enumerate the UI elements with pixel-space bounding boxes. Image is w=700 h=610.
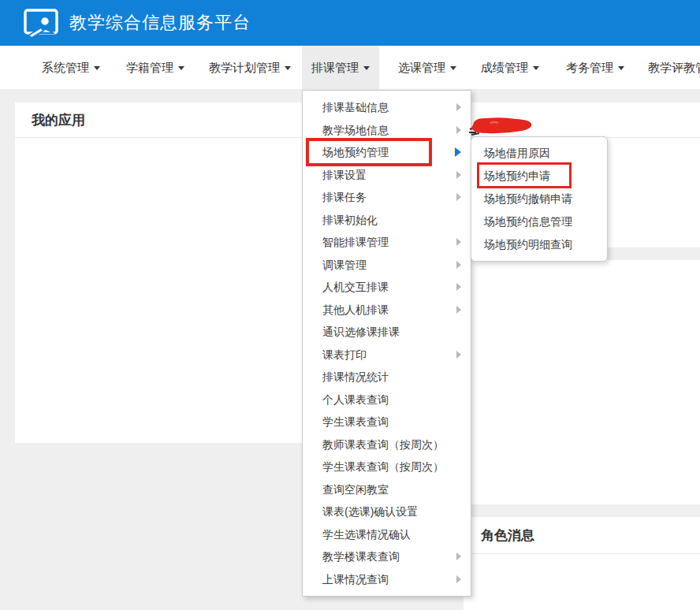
menu-item-teaching-venue-info[interactable]: 教学场地信息 (303, 119, 471, 142)
submenu-arrow-icon (456, 351, 461, 359)
menu-item-scheduling-initialization[interactable]: 排课初始化 (303, 209, 471, 232)
menu-item-label: 学生课表查询（按周次） (322, 460, 444, 473)
nav-item-exam-mgmt[interactable]: 考务管理 (557, 46, 634, 89)
nav-item-system-mgmt[interactable]: 系统管理 (32, 46, 110, 89)
dropdown-menu-course-scheduling: 排课基础信息 教学场地信息 场地预约管理 排课设置 排课任务 排课初始化 智能排… (302, 90, 471, 597)
menu-item-label: 通识选修课排课 (322, 325, 400, 338)
menu-item-scheduling-settings[interactable]: 排课设置 (303, 164, 471, 187)
menu-item-label: 场地预约撤销申请 (484, 192, 572, 205)
menu-item-venue-booking-mgmt[interactable]: 场地预约管理 (303, 141, 471, 164)
menu-item-label: 排课情况统计 (322, 370, 389, 383)
nav-item-label: 排课管理 (311, 61, 359, 74)
menu-item-scheduling-task[interactable]: 排课任务 (303, 186, 471, 209)
menu-item-label: 学生选课情况确认 (322, 528, 411, 541)
menu-item-label: 场地预约信息管理 (484, 215, 572, 228)
menu-item-label: 智能排课管理 (322, 236, 389, 248)
chevron-down-icon (94, 66, 100, 70)
menu-item-general-elective-scheduling[interactable]: 通识选修课排课 (303, 321, 471, 344)
submenu-venue-booking: 场地借用原因 场地预约申请 场地预约撤销申请 场地预约信息管理 场地预约明细查询 (471, 136, 608, 262)
menu-item-label: 其他人机排课 (322, 303, 389, 316)
nav-item-course-scheduling-mgmt[interactable]: 排课管理 (302, 46, 379, 89)
nav-item-label: 成绩管理 (481, 61, 528, 74)
menu-item-label: 查询空闲教室 (322, 483, 389, 496)
app-title: 教学综合信息服务平台 (69, 0, 251, 46)
menu-item-label: 教学楼课表查询 (322, 550, 400, 563)
menu-item-label: 场地预约明细查询 (484, 238, 572, 251)
submenu-arrow-icon (456, 283, 461, 291)
menu-item-label: 排课设置 (322, 169, 367, 181)
menu-item-label: 人机交互排课 (322, 281, 389, 293)
menu-item-teacher-timetable-by-week[interactable]: 教师课表查询（按周次） (303, 433, 471, 456)
menu-item-label: 排课基础信息 (322, 101, 389, 113)
menu-item-smart-scheduling-mgmt[interactable]: 智能排课管理 (303, 231, 471, 254)
main-navbar: 系统管理 学籍管理 教学计划管理 排课管理 选课管理 成绩管理 考务管理 教学评… (0, 46, 700, 89)
app-window: 教学综合信息服务平台 系统管理 学籍管理 教学计划管理 排课管理 选课管理 成绩… (0, 0, 700, 610)
menu-item-label: 场地借用原因 (484, 147, 550, 159)
menu-item-personal-timetable-query[interactable]: 个人课表查询 (303, 389, 471, 411)
menu-item-label: 场地预约申请 (484, 169, 550, 182)
menu-item-label: 排课任务 (322, 191, 367, 203)
menu-item-label: 课表(选课)确认设置 (322, 505, 418, 518)
nav-item-teaching-plan-mgmt[interactable]: 教学计划管理 (199, 46, 300, 89)
nav-item-label: 考务管理 (566, 61, 613, 74)
menu-item-scheduling-statistics[interactable]: 排课情况统计 (303, 366, 471, 389)
submenu-arrow-icon (456, 261, 461, 269)
submenu-arrow-icon (456, 306, 461, 314)
app-header: 教学综合信息服务平台 (0, 0, 700, 46)
menu-item-course-adjustment-mgmt[interactable]: 调课管理 (303, 254, 471, 277)
menu-item-interactive-scheduling[interactable]: 人机交互排课 (303, 276, 471, 299)
menu-item-label: 场地预约管理 (322, 146, 389, 158)
menu-item-timetable-print[interactable]: 课表打印 (303, 344, 471, 366)
submenu-item-venue-booking-detail-query[interactable]: 场地预约明细查询 (471, 233, 607, 256)
menu-item-student-timetable-by-week[interactable]: 学生课表查询（按周次） (303, 456, 471, 478)
platform-logo-icon (24, 9, 58, 39)
right-middle-card (464, 260, 700, 504)
submenu-item-venue-booking-info-mgmt[interactable]: 场地预约信息管理 (471, 210, 607, 233)
role-messages-card-title: 角色消息 (464, 517, 700, 554)
chevron-down-icon (285, 66, 291, 70)
menu-item-label: 上课情况查询 (322, 573, 389, 586)
submenu-arrow-icon (456, 126, 461, 134)
menu-item-label: 教师课表查询（按周次） (322, 438, 444, 451)
menu-item-building-timetable-query[interactable]: 教学楼课表查询 (303, 545, 471, 568)
submenu-arrow-icon (456, 552, 461, 560)
nav-item-teaching-evaluation-mgmt[interactable]: 教学评教管理 (639, 46, 700, 89)
nav-item-label: 学籍管理 (126, 61, 173, 74)
menu-item-label: 教学场地信息 (322, 124, 389, 136)
submenu-arrow-icon (456, 575, 461, 583)
submenu-arrow-icon (456, 171, 461, 179)
menu-item-timetable-confirm-settings[interactable]: 课表(选课)确认设置 (303, 500, 471, 523)
role-messages-card: 角色消息 (464, 517, 700, 610)
submenu-arrow-icon (456, 103, 461, 111)
menu-item-label: 学生课表查询 (322, 415, 389, 428)
chevron-down-icon (363, 66, 370, 70)
nav-item-student-status-mgmt[interactable]: 学籍管理 (117, 46, 194, 89)
menu-item-class-status-query[interactable]: 上课情况查询 (303, 568, 471, 591)
submenu-item-venue-borrow-reason[interactable]: 场地借用原因 (471, 142, 607, 165)
nav-item-label: 教学评教管理 (648, 61, 700, 74)
chevron-down-icon (618, 66, 624, 70)
menu-item-label: 个人课表查询 (322, 393, 389, 406)
menu-item-free-classroom-query[interactable]: 查询空闲教室 (303, 478, 471, 501)
chevron-down-icon (178, 66, 184, 70)
nav-item-label: 选课管理 (398, 61, 445, 74)
menu-item-label: 调课管理 (322, 259, 367, 271)
menu-item-student-timetable-query[interactable]: 学生课表查询 (303, 411, 471, 433)
submenu-arrow-icon (456, 238, 461, 246)
menu-item-label: 排课初始化 (322, 214, 378, 226)
menu-item-scheduling-basic-info[interactable]: 排课基础信息 (303, 96, 471, 119)
nav-item-label: 系统管理 (42, 61, 89, 74)
notice-card-title-row (464, 102, 700, 138)
submenu-item-venue-booking-apply[interactable]: 场地预约申请 (471, 165, 607, 188)
chevron-down-icon (533, 66, 539, 70)
nav-item-course-selection-mgmt[interactable]: 选课管理 (389, 46, 466, 89)
submenu-arrow-icon (456, 193, 461, 201)
submenu-arrow-icon (455, 147, 461, 157)
nav-item-grade-mgmt[interactable]: 成绩管理 (471, 46, 549, 89)
menu-item-student-selection-confirm[interactable]: 学生选课情况确认 (303, 523, 471, 546)
menu-item-other-interactive-scheduling[interactable]: 其他人机排课 (303, 299, 471, 322)
nav-item-label: 教学计划管理 (209, 61, 280, 74)
chevron-down-icon (450, 66, 456, 70)
submenu-item-venue-booking-cancel-apply[interactable]: 场地预约撤销申请 (471, 188, 607, 210)
menu-item-label: 课表打印 (322, 348, 367, 361)
